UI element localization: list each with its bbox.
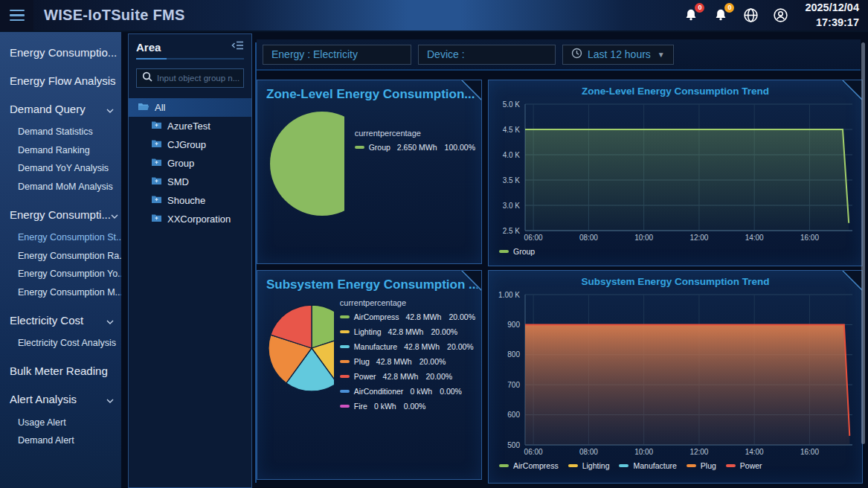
chevron-down-icon bbox=[106, 103, 114, 115]
svg-text:600: 600 bbox=[507, 411, 520, 419]
sidebar-item-energy-consumption-mom[interactable]: Energy Consumption M... bbox=[0, 283, 121, 302]
legend-marker bbox=[726, 464, 736, 467]
folder-plus-icon bbox=[151, 195, 162, 206]
sidebar-item-energy-consumption[interactable]: Energy Consumptio... bbox=[0, 38, 121, 66]
date-text: 2025/12/04 bbox=[805, 1, 859, 16]
notification-badge: 0 bbox=[724, 3, 734, 13]
legend-item-manufacture[interactable]: Manufacture bbox=[619, 461, 676, 470]
legend-item-lighting[interactable]: Lighting 42.8 MWh 20.00% bbox=[340, 327, 475, 336]
legend-item-airconditioner[interactable]: AirConditioner 0 kWh 0.00% bbox=[340, 387, 475, 396]
area-title-underline bbox=[136, 58, 244, 60]
panel-title: Zone-Level Energy Consumption Trend bbox=[489, 80, 862, 98]
svg-text:10:00: 10:00 bbox=[634, 448, 653, 456]
legend-item-fire[interactable]: Fire 0 kWh 0.00% bbox=[340, 402, 475, 411]
svg-text:500: 500 bbox=[507, 441, 520, 449]
legend-item-group[interactable]: Group 2.650 MWh 100.00% bbox=[355, 143, 475, 152]
energy-filter[interactable]: Energy : Electricity bbox=[263, 45, 411, 65]
tree-node-smd[interactable]: SMD bbox=[129, 173, 251, 191]
sidebar-item-demand-alert[interactable]: Demand Alert bbox=[0, 431, 121, 450]
sidebar-group-energy-consumption[interactable]: Energy Consumpti... bbox=[0, 200, 121, 228]
notification-bell-icon[interactable]: 0 bbox=[711, 6, 730, 25]
object-group-search[interactable] bbox=[136, 68, 244, 88]
legend-item-aircompress[interactable]: AirCompress 42.8 MWh 20.00% bbox=[340, 312, 475, 321]
legend-marker bbox=[340, 345, 350, 348]
svg-text:2.5 K: 2.5 K bbox=[503, 227, 521, 235]
panel-title: Subsystem Energy Consumption Trend bbox=[489, 271, 862, 289]
sidebar-item-demand-statistics[interactable]: Demand Statistics bbox=[0, 123, 121, 141]
legend-marker bbox=[355, 146, 364, 149]
svg-text:14:00: 14:00 bbox=[745, 234, 764, 242]
app-title: WISE-IoTSuite FMS bbox=[44, 7, 185, 24]
folder-plus-icon bbox=[151, 121, 162, 132]
legend-marker bbox=[340, 390, 350, 393]
legend-marker bbox=[687, 464, 696, 467]
subsystem-energy-consumption-panel: Subsystem Energy Consumption ... current… bbox=[257, 270, 482, 480]
legend-item-lighting[interactable]: Lighting bbox=[568, 461, 610, 470]
svg-text:08:00: 08:00 bbox=[579, 448, 598, 456]
alert-bell-icon[interactable]: 0 bbox=[681, 6, 701, 25]
collapse-panel-icon[interactable] bbox=[231, 40, 244, 54]
device-filter[interactable]: Device : bbox=[418, 45, 556, 65]
sidebar-item-demand-mom[interactable]: Demand MoM Analysis bbox=[0, 178, 121, 196]
legend-marker bbox=[340, 330, 350, 333]
area-tree: All AzureTest CJGroup Group SMD Shouche … bbox=[129, 98, 251, 228]
vertical-scrollbar-thumb[interactable] bbox=[861, 42, 865, 444]
hamburger-menu-icon[interactable] bbox=[0, 0, 33, 31]
area-tree-panel: Area All AzureTest CJGroup Group SMD bbox=[128, 33, 252, 488]
topbar-actions: 0 0 2025/12/04 17:39:17 bbox=[681, 1, 868, 30]
sidebar-group-demand-query[interactable]: Demand Query bbox=[0, 94, 121, 123]
tree-node-all[interactable]: All bbox=[129, 98, 251, 117]
svg-text:08:00: 08:00 bbox=[579, 234, 598, 242]
svg-text:16:00: 16:00 bbox=[800, 448, 819, 456]
subsystem-energy-trend-panel: Subsystem Energy Consumption Trend 50060… bbox=[488, 270, 863, 484]
tree-node-cjgroup[interactable]: CJGroup bbox=[129, 135, 251, 154]
time-range-dropdown[interactable]: Last 12 hours ▼ bbox=[562, 45, 674, 65]
sidebar-group-alert-analysis[interactable]: Alert Analysis bbox=[0, 385, 121, 414]
zone-energy-trend-panel: Zone-Level Energy Consumption Trend 2.5 … bbox=[488, 80, 863, 266]
chevron-down-icon bbox=[106, 314, 114, 327]
tree-node-xxcorporation[interactable]: XXCorporation bbox=[129, 210, 251, 228]
svg-text:16:00: 16:00 bbox=[800, 234, 819, 242]
sidebar-item-energy-flow-analysis[interactable]: Energy Flow Analysis bbox=[0, 66, 121, 94]
svg-text:3.0 K: 3.0 K bbox=[503, 202, 521, 210]
legend-item-power[interactable]: Power bbox=[726, 461, 762, 470]
search-input[interactable] bbox=[157, 74, 242, 83]
svg-text:12:00: 12:00 bbox=[689, 234, 708, 242]
language-globe-icon[interactable] bbox=[741, 6, 760, 25]
datetime-display: 2025/12/04 17:39:17 bbox=[805, 1, 859, 30]
legend-marker bbox=[340, 405, 350, 408]
zone-energy-consumption-panel: Zone-Level Energy Consumption... current… bbox=[257, 80, 482, 264]
sidebar-item-bulk-meter-reading[interactable]: Bulk Meter Reading bbox=[0, 357, 121, 385]
legend-item-aircompress[interactable]: AirCompress bbox=[499, 461, 559, 470]
sidebar-item-energy-consumption-yoy[interactable]: Energy Consumption Yo... bbox=[0, 265, 121, 283]
sidebar-item-energy-consumption-statistics[interactable]: Energy Consumption St... bbox=[0, 228, 121, 247]
tree-node-group[interactable]: Group bbox=[129, 154, 251, 173]
sidebar-item-electricity-cost-analysis[interactable]: Electricity Cost Analysis bbox=[0, 334, 121, 353]
panel-title: Zone-Level Energy Consumption... bbox=[257, 80, 481, 105]
chevron-down-icon bbox=[106, 393, 114, 405]
search-icon bbox=[142, 71, 152, 85]
open-folder-icon bbox=[138, 102, 150, 114]
tree-node-shouche[interactable]: Shouche bbox=[129, 191, 251, 210]
sidebar-item-usage-alert[interactable]: Usage Alert bbox=[0, 414, 121, 432]
area-panel-title: Area bbox=[136, 41, 161, 54]
legend-item-plug[interactable]: Plug bbox=[687, 461, 716, 470]
sidebar-item-demand-ranking[interactable]: Demand Ranking bbox=[0, 141, 121, 160]
time-text: 17:39:17 bbox=[805, 16, 859, 30]
legend-marker bbox=[568, 464, 578, 467]
svg-text:06:00: 06:00 bbox=[524, 234, 543, 242]
subsystem-pie-chart bbox=[265, 301, 334, 395]
svg-text:12:00: 12:00 bbox=[689, 448, 708, 456]
legend-marker bbox=[340, 360, 350, 363]
legend-item-manufacture[interactable]: Manufacture 42.8 MWh 20.00% bbox=[340, 342, 475, 351]
legend-item-power[interactable]: Power 42.8 MWh 20.00% bbox=[340, 372, 475, 381]
sidebar-item-energy-consumption-ranking[interactable]: Energy Consumption Ra... bbox=[0, 247, 121, 266]
sidebar-group-electricity-cost[interactable]: Electricity Cost bbox=[0, 306, 121, 334]
user-account-icon[interactable] bbox=[771, 6, 790, 25]
sidebar-nav: Energy Consumptio... Energy Flow Analysi… bbox=[0, 32, 121, 488]
tree-node-azuretest[interactable]: AzureTest bbox=[129, 117, 251, 135]
legend-item-plug[interactable]: Plug 42.8 MWh 20.00% bbox=[340, 357, 475, 366]
sidebar-item-demand-yoy[interactable]: Demand YoY Analysis bbox=[0, 159, 121, 178]
legend-item-group[interactable]: Group bbox=[499, 247, 535, 256]
svg-text:06:00: 06:00 bbox=[524, 448, 543, 456]
